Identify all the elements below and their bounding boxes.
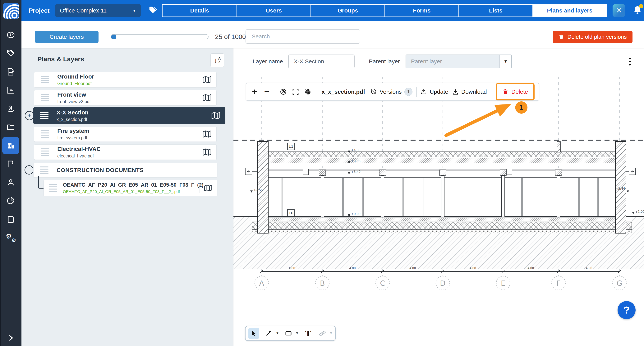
annotation-toolbar: ▼ ▼ T ▼ [245, 326, 336, 341]
download-icon [452, 89, 459, 95]
clipboard-icon[interactable] [0, 210, 22, 229]
layer-name-input[interactable] [288, 55, 354, 68]
tags-icon[interactable] [0, 44, 22, 63]
measure-tool-ruler-icon[interactable] [318, 328, 327, 339]
dashboard-icon[interactable] [0, 26, 22, 44]
delete-label: Delete [511, 89, 528, 95]
search-input[interactable] [246, 29, 360, 44]
drag-handle[interactable] [41, 94, 49, 101]
plan-card-electrical-hvac[interactable]: Electrical-HVAC electrical_hvac.pdf [34, 144, 216, 160]
user-icon[interactable] [0, 173, 22, 192]
buildings-icon[interactable] [0, 136, 22, 155]
plan-card-ground-floor[interactable]: Ground Floor Ground_Floor.pdf [34, 72, 216, 87]
tab-plans-and-layers[interactable]: Plans and layers [532, 5, 606, 17]
measure-options-chevron-icon[interactable]: ▼ [330, 331, 333, 335]
group-card-construction-documents[interactable]: CONSTRUCTION DOCUMENTS [33, 163, 217, 178]
sort-az-icon: AZ [218, 56, 221, 64]
flags-icon[interactable] [0, 155, 22, 173]
plan-card-front-view[interactable]: Front view front_view v2.pdf [34, 90, 216, 105]
add-sublayer-plus-button[interactable]: + [25, 111, 34, 120]
divider [200, 183, 200, 193]
pen-tool-icon[interactable] [264, 328, 274, 339]
grid-bubble-G: G [616, 279, 622, 287]
pie-chart-icon[interactable] [0, 192, 22, 210]
zoom-in-button[interactable]: + [250, 88, 259, 96]
plan-card-fire-system[interactable]: Fire system fire_system.pdf [34, 126, 216, 142]
notification-dot [639, 4, 643, 8]
app-logo[interactable] [3, 3, 19, 19]
drag-handle[interactable] [49, 184, 57, 192]
drag-handle[interactable] [41, 130, 49, 138]
map-icon[interactable] [202, 130, 212, 138]
drag-handle[interactable] [40, 166, 48, 174]
plan-card-xx-section-selected[interactable]: X-X Section x_x_section.pdf [33, 107, 226, 124]
plans-layers-panel: Plans & Layers ↓ AZ Ground Floor Ground_… [22, 48, 234, 346]
map-icon[interactable] [202, 76, 212, 84]
divider [207, 111, 207, 121]
grid-bubble-C: C [380, 279, 385, 287]
drag-handle[interactable] [40, 112, 48, 119]
plan-card-oeamtc[interactable]: OEAMTC_AF_P20_AI_GR_E05_AR_01_E05-50_F03… [44, 180, 217, 196]
tab-groups[interactable]: Groups [310, 5, 384, 17]
plan-filename: electrical_hvac.pdf [57, 153, 198, 158]
plan-filename: Ground_Floor.pdf [57, 81, 198, 86]
section-drawing: 11 10 +4.35 +3.98 +3.49 ±0.00 +2.55 +2.4… [234, 75, 644, 346]
fit-to-screen-icon[interactable] [304, 88, 312, 96]
text-tool-icon[interactable]: T [304, 328, 313, 339]
map-icon[interactable] [202, 94, 212, 102]
plan-canvas[interactable]: 11 10 +4.35 +3.98 +3.49 ±0.00 +2.55 +2.4… [234, 75, 644, 346]
shape-options-chevron-icon[interactable]: ▼ [296, 331, 299, 335]
more-options-kebab-icon[interactable] [626, 57, 634, 66]
current-plan-filename: x_x_section.pdf [320, 89, 367, 95]
select-tool-cursor-icon[interactable] [248, 328, 259, 339]
map-icon[interactable] [202, 148, 212, 156]
visibility-icon[interactable] [279, 88, 288, 96]
sort-az-button[interactable]: ↓ AZ [210, 53, 224, 67]
drag-handle[interactable] [41, 76, 49, 83]
map-icon[interactable] [212, 112, 220, 120]
history-icon [370, 89, 377, 95]
grid-bubble-B: B [320, 279, 325, 287]
update-label: Update [430, 89, 448, 95]
settings-gears-icon[interactable]: ⚙⚙ [0, 229, 22, 247]
elevation-mark: +3.49 [351, 170, 360, 174]
plans-progress-fill [111, 35, 116, 39]
collapse-group-minus-button[interactable]: − [24, 165, 34, 175]
notifications-bell-icon[interactable] [632, 5, 642, 16]
create-layers-button[interactable]: Create layers [35, 31, 98, 43]
elevation-mark: ±0.00 [351, 212, 360, 216]
help-button[interactable]: ? [618, 301, 636, 319]
delete-button[interactable]: Delete [502, 89, 528, 95]
map-icon[interactable] [204, 184, 212, 192]
pen-options-chevron-icon[interactable]: ▼ [276, 331, 279, 335]
reports-icon[interactable] [0, 81, 22, 99]
grid-bubble-E: E [501, 279, 506, 287]
apps-switcher-icon[interactable]: ✕ [612, 4, 625, 17]
tab-details[interactable]: Details [162, 5, 236, 17]
action-bar: Create layers 25 of 1000 plans Delete ol… [22, 21, 644, 48]
update-button[interactable]: Update [420, 89, 448, 95]
plan-title: Electrical-HVAC [57, 146, 198, 152]
tab-lists[interactable]: Lists [458, 5, 532, 17]
plan-filename: front_view v2.pdf [57, 99, 198, 104]
zoom-out-button[interactable]: − [262, 88, 271, 96]
tab-forms[interactable]: Forms [384, 5, 458, 17]
form-signature-icon[interactable] [0, 63, 22, 81]
bay-dimension: 4.00 [470, 266, 476, 270]
tag-icon[interactable] [149, 6, 157, 15]
delete-old-plan-versions-button[interactable]: Delete old plan versions [553, 31, 632, 43]
versions-button[interactable]: Versions 1 [370, 88, 412, 96]
drag-handle[interactable] [41, 148, 49, 156]
chevron-down-icon: ▼ [132, 9, 136, 13]
bay-dimension: 4.00 [410, 266, 416, 270]
expand-sidebar-chevron-icon[interactable] [0, 334, 22, 342]
tab-users[interactable]: Users [236, 5, 310, 17]
folder-icon[interactable] [0, 118, 22, 136]
parent-layer-select[interactable]: Parent layer ▼ [406, 55, 512, 68]
download-button[interactable]: Download [452, 89, 487, 95]
fullscreen-icon[interactable] [291, 88, 300, 96]
detail-ref-10: 10 [288, 211, 293, 215]
shape-tool-icon[interactable] [284, 328, 293, 339]
project-select[interactable]: Office Complex 11 ▼ [55, 4, 141, 17]
person-location-icon[interactable] [0, 99, 22, 118]
